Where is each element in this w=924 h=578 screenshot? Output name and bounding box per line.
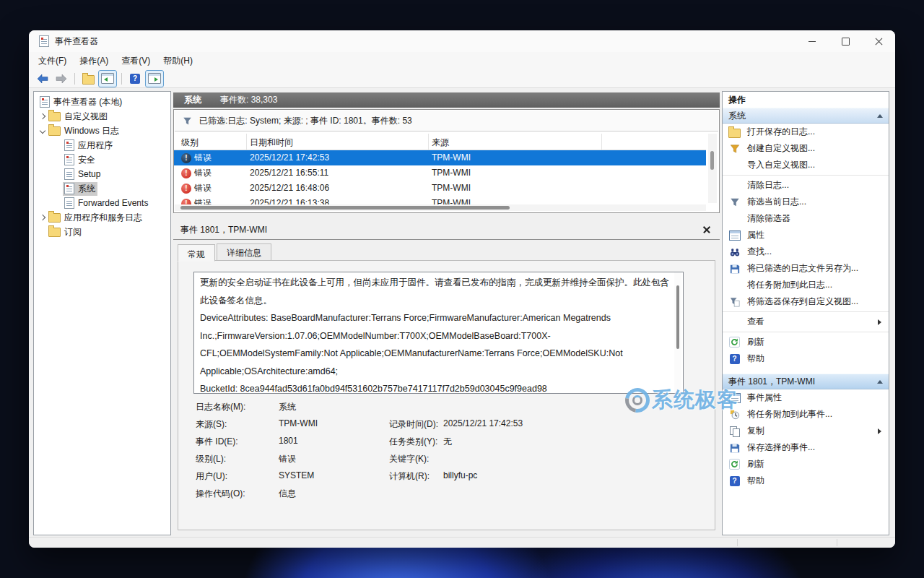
action-label: 帮助 bbox=[747, 475, 764, 487]
forward-icon bbox=[56, 74, 67, 84]
save-filter-icon bbox=[730, 297, 740, 307]
tab-details[interactable]: 详细信息 bbox=[217, 243, 271, 261]
event-viewer-window: 事件查看器 文件(F) 操作(A) 查看(V) 帮助(H) ? bbox=[29, 30, 895, 548]
console-tree-toggle[interactable] bbox=[98, 70, 117, 87]
field-label: 计算机(R): bbox=[389, 470, 430, 483]
system-log-icon bbox=[64, 183, 74, 194]
actions-panel: 操作 系统 打开保存的日志... 创建自定义视图... 导入自定义视图... 清… bbox=[722, 91, 889, 535]
chevron-right-icon[interactable] bbox=[40, 113, 45, 119]
action-label: 事件属性 bbox=[747, 392, 782, 404]
action-pane-toggle[interactable] bbox=[145, 70, 164, 87]
toolbar-separator bbox=[74, 73, 75, 85]
tree-item-subscriptions[interactable]: 订阅 bbox=[34, 225, 170, 239]
custom-views-folder-icon bbox=[48, 112, 61, 121]
action-save-selected-events[interactable]: 保存选择的事件... bbox=[723, 439, 889, 456]
cell-source: TPM-WMI bbox=[432, 183, 471, 193]
action-clear-log[interactable]: 清除日志... bbox=[723, 177, 889, 194]
action-help-event[interactable]: ? 帮助 bbox=[723, 473, 889, 489]
actions-title: 操作 bbox=[723, 92, 889, 108]
forward-button[interactable] bbox=[53, 71, 70, 87]
minimize-button[interactable] bbox=[796, 30, 829, 52]
tree-item-windows-logs[interactable]: Windows 日志 bbox=[34, 124, 170, 138]
description-box[interactable]: 更新的安全启动证书在此设备上可用，但尚未应用于固件。请查看已发布的指南，完成更新… bbox=[193, 272, 684, 394]
actions-section-event-header[interactable]: 事件 1801，TPM-WMI bbox=[723, 374, 889, 389]
action-event-properties[interactable]: 事件属性 bbox=[723, 389, 889, 406]
actions-section-system-header[interactable]: 系统 bbox=[723, 108, 889, 124]
help-button[interactable]: ? bbox=[126, 71, 144, 87]
scrollbar-thumb[interactable] bbox=[710, 151, 714, 170]
tab-general[interactable]: 常规 bbox=[178, 244, 215, 262]
filter-funnel-icon bbox=[183, 116, 192, 126]
column-divider[interactable] bbox=[428, 134, 429, 150]
tree-item-apps-services-logs[interactable]: 应用程序和服务日志 bbox=[34, 210, 170, 225]
horizontal-scrollbar[interactable] bbox=[175, 204, 706, 211]
tree-item-setup[interactable]: Setup bbox=[34, 167, 170, 181]
collapse-arrow-icon[interactable] bbox=[877, 114, 883, 118]
column-datetime[interactable]: 日期和时间 bbox=[250, 137, 293, 149]
field-value: TPM-WMI bbox=[279, 418, 318, 428]
detail-tabs: 常规 详细信息 bbox=[178, 243, 273, 261]
action-save-filtered-log[interactable]: 将已筛选的日志文件另存为... bbox=[723, 260, 889, 277]
tree-item-security[interactable]: 安全 bbox=[34, 152, 170, 167]
tree-item-system[interactable]: 系统 bbox=[34, 181, 170, 196]
menu-file[interactable]: 文件(F) bbox=[32, 53, 73, 69]
collapse-arrow-icon[interactable] bbox=[877, 380, 883, 384]
tree-item-forwarded-events[interactable]: Forwarded Events bbox=[34, 196, 170, 210]
action-create-custom-view[interactable]: 创建自定义视图... bbox=[723, 140, 889, 157]
menu-action[interactable]: 操作(A) bbox=[73, 53, 115, 69]
action-properties[interactable]: 属性 bbox=[723, 227, 889, 243]
field-label: 关键字(K): bbox=[389, 453, 429, 465]
watermark: 系统极客 bbox=[625, 386, 738, 415]
scrollbar-thumb[interactable] bbox=[180, 206, 510, 210]
cell-source: TPM-WMI bbox=[432, 152, 471, 163]
save-icon bbox=[730, 443, 740, 453]
action-find[interactable]: 查找... bbox=[723, 243, 889, 260]
field-value: SYSTEM bbox=[279, 470, 314, 480]
event-row-selected[interactable]: !错误 2025/12/21 17:42:53 TPM-WMI bbox=[174, 150, 706, 165]
action-view-submenu[interactable]: 查看 bbox=[723, 314, 889, 330]
close-button[interactable] bbox=[862, 30, 895, 52]
action-open-saved-log[interactable]: 打开保存的日志... bbox=[723, 124, 889, 140]
find-binoculars-icon bbox=[730, 247, 740, 257]
status-separator bbox=[837, 539, 837, 546]
action-clear-filter[interactable]: 清除筛选器 bbox=[723, 210, 889, 227]
action-copy[interactable]: 复制 bbox=[723, 423, 889, 439]
action-attach-task-to-event[interactable]: 将任务附加到此事件... bbox=[723, 406, 889, 423]
action-filter-current-log[interactable]: 筛选当前日志... bbox=[723, 194, 889, 210]
vertical-scrollbar[interactable] bbox=[708, 134, 717, 203]
action-refresh-event[interactable]: 刷新 bbox=[723, 456, 889, 473]
tree-label: 自定义视图 bbox=[64, 111, 108, 123]
event-row[interactable]: !错误 2025/12/21 16:48:06 TPM-WMI bbox=[174, 181, 706, 196]
event-row[interactable]: !错误 2025/12/21 16:55:11 TPM-WMI bbox=[174, 165, 706, 181]
description-scrollbar[interactable] bbox=[674, 272, 681, 393]
column-source[interactable]: 来源 bbox=[432, 137, 449, 149]
column-level[interactable]: 级别 bbox=[181, 137, 199, 149]
scrollbar-thumb[interactable] bbox=[676, 285, 679, 349]
detail-close-icon[interactable] bbox=[702, 225, 711, 234]
field-value: billyfu-pc bbox=[443, 470, 477, 480]
column-divider[interactable] bbox=[601, 134, 602, 150]
menu-view[interactable]: 查看(V) bbox=[115, 53, 157, 69]
tree-item-root[interactable]: 事件查看器 (本地) bbox=[34, 95, 170, 109]
action-import-custom-view[interactable]: 导入自定义视图... bbox=[723, 157, 889, 173]
back-button[interactable] bbox=[34, 71, 51, 87]
chevron-down-icon[interactable] bbox=[40, 128, 45, 134]
tree-label: 安全 bbox=[78, 154, 95, 166]
title-bar[interactable]: 事件查看器 bbox=[29, 30, 895, 52]
field-value: 信息 bbox=[279, 488, 296, 500]
event-description: 更新的安全启动证书在此设备上可用，但尚未应用于固件。请查看已发布的指南，完成更新… bbox=[200, 274, 670, 394]
menu-help[interactable]: 帮助(H) bbox=[157, 53, 199, 69]
open-saved-log-button[interactable] bbox=[79, 71, 97, 87]
tree-item-custom-views[interactable]: 自定义视图 bbox=[34, 109, 170, 124]
cell-datetime: 2025/12/21 16:55:11 bbox=[250, 168, 328, 178]
cell-datetime: 2025/12/21 16:48:06 bbox=[250, 183, 329, 193]
chevron-right-icon[interactable] bbox=[40, 215, 45, 220]
action-refresh[interactable]: 刷新 bbox=[723, 334, 889, 350]
application-log-icon bbox=[64, 139, 74, 151]
column-divider[interactable] bbox=[246, 134, 247, 150]
tree-item-application[interactable]: 应用程序 bbox=[34, 138, 170, 152]
action-save-filter-to-custom-view[interactable]: 将筛选器保存到自定义视图... bbox=[723, 293, 889, 310]
action-help[interactable]: ? 帮助 bbox=[723, 350, 889, 367]
action-attach-task-to-log[interactable]: 将任务附加到此日志... bbox=[723, 277, 889, 293]
maximize-button[interactable] bbox=[829, 30, 862, 52]
